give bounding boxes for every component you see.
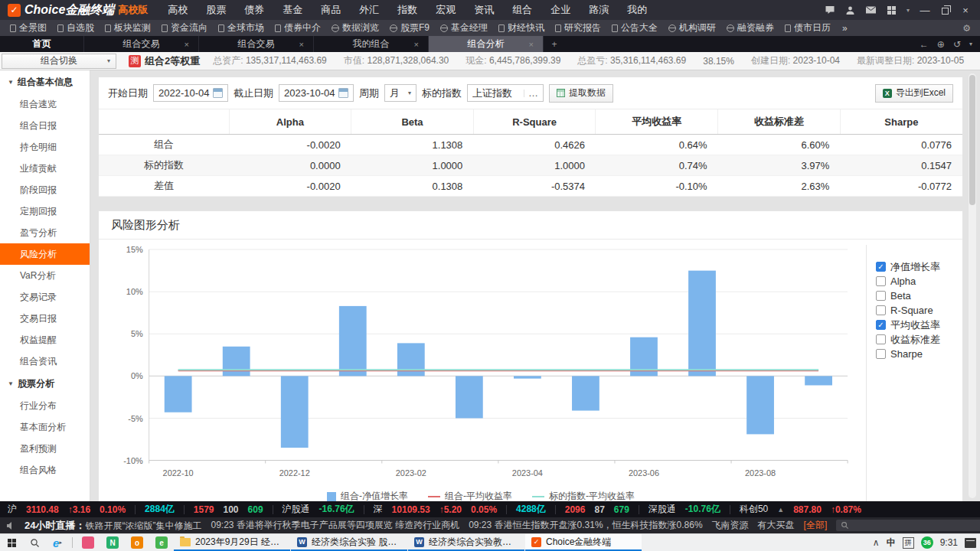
index-token[interactable]: 深 <box>374 503 383 516</box>
index-token[interactable]: 科创50 <box>740 503 768 516</box>
taskbar-window-folder[interactable]: 2023年9月29日 经济... <box>174 534 290 551</box>
index-token[interactable]: 0.10% <box>100 504 126 515</box>
tab-我的组合[interactable]: 我的组合× <box>314 36 429 52</box>
close-icon[interactable]: × <box>529 40 534 49</box>
taskbar-search-button[interactable] <box>23 534 46 551</box>
sidebar-item-盈利预测[interactable]: 盈利预测 <box>0 438 90 459</box>
index-token[interactable]: 887.80 <box>793 504 822 515</box>
checkbox-icon[interactable] <box>876 291 886 301</box>
index-token[interactable]: 深股通 <box>648 503 676 516</box>
tab-组合分析[interactable]: 组合分析× <box>429 36 544 52</box>
sidebar-item-组合速览[interactable]: 组合速览 <box>0 93 90 115</box>
sidebar-item-业绩贡献[interactable]: 业绩贡献 <box>0 158 90 179</box>
tab-组合交易[interactable]: 组合交易× <box>84 36 199 52</box>
more-icon[interactable]: … <box>524 90 538 97</box>
chevron-down-icon[interactable]: ▾ <box>969 41 972 47</box>
start-button[interactable] <box>0 534 23 551</box>
menu-item[interactable]: 股票 <box>197 3 235 17</box>
more-tools-icon[interactable]: » <box>836 23 854 34</box>
new-tab-button[interactable]: + <box>544 36 565 52</box>
index-token[interactable]: -16.76亿 <box>319 503 354 516</box>
toolbar-item[interactable]: 公告大全 <box>606 21 663 34</box>
sidebar-item-行业分布[interactable]: 行业分布 <box>0 395 90 416</box>
toolbar-item[interactable]: 全景图 <box>5 21 52 34</box>
sidebar-item-VaR分析[interactable]: VaR分析 <box>0 265 90 286</box>
taskbar-clock[interactable]: 9:31 <box>940 537 958 548</box>
series-toggle-R-Square[interactable]: R-Square <box>876 303 962 318</box>
calendar-icon[interactable] <box>213 88 223 98</box>
index-token[interactable]: 3110.48 <box>26 504 59 515</box>
menu-item[interactable]: 宏观 <box>426 3 465 17</box>
start-date-input[interactable]: 2022-10-04 <box>153 84 228 102</box>
sidebar-item-组合资讯[interactable]: 组合资讯 <box>0 350 90 372</box>
refresh-icon[interactable]: ↺ <box>953 39 961 50</box>
chevron-down-icon[interactable]: ▾ <box>906 7 910 14</box>
toolbar-item[interactable]: 板块监测 <box>100 21 156 34</box>
index-token[interactable]: 2096 <box>565 504 586 515</box>
taskbar-window-word[interactable]: W经济类综合实验 股票... <box>291 534 407 551</box>
menu-item[interactable]: 基金 <box>273 3 312 17</box>
app-media-icon[interactable] <box>82 536 94 549</box>
index-token[interactable]: ▲ <box>777 506 784 514</box>
series-toggle-Alpha[interactable]: Alpha <box>876 274 962 289</box>
toolbar-item[interactable]: 财经快讯 <box>493 21 550 34</box>
tab-组合交易[interactable]: 组合交易× <box>199 36 314 52</box>
sidebar-item-基本面分析[interactable]: 基本面分析 <box>0 416 90 438</box>
index-token[interactable]: 609 <box>248 504 263 515</box>
checkbox-icon[interactable]: ✓ <box>876 320 886 330</box>
toolbar-item[interactable]: 融资融券 <box>721 21 779 34</box>
tray-expand-caret[interactable]: ∧ <box>873 537 880 548</box>
toolbar-item[interactable]: 基金经理 <box>435 21 493 34</box>
period-select[interactable]: 月 ▾ <box>384 84 416 102</box>
index-token[interactable]: 1579 <box>194 504 214 515</box>
notification-center-icon[interactable] <box>965 538 976 548</box>
taskbar-window-choice[interactable]: ✓Choice金融终端 <box>525 534 642 551</box>
ticker-search-input[interactable] <box>836 520 980 531</box>
zoom-icon[interactable]: ⊕ <box>937 39 945 50</box>
index-token[interactable]: -10.76亿 <box>685 503 720 516</box>
benchmark-select[interactable]: 上证指数 … <box>467 84 544 102</box>
index-token[interactable]: 679 <box>614 504 629 515</box>
toolbar-item[interactable]: 研究报告 <box>550 21 606 34</box>
menu-item[interactable]: 外汇 <box>350 3 388 17</box>
index-token[interactable]: 沪股通 <box>283 503 310 516</box>
sidebar-item-组合日报[interactable]: 组合日报 <box>0 115 90 136</box>
index-token[interactable]: ↑3.16 <box>68 504 90 515</box>
checkbox-icon[interactable] <box>876 349 886 359</box>
ticker-all-link[interactable]: [全部] <box>804 519 828 532</box>
sidebar-group-title[interactable]: ▼股票分析 <box>0 372 90 395</box>
toolbar-item[interactable]: 债券中介 <box>270 21 326 34</box>
sidebar-item-持仓明细[interactable]: 持仓明细 <box>0 136 90 158</box>
sidebar-item-风险分析[interactable]: 风险分析 <box>0 243 90 265</box>
back-icon[interactable]: ← <box>920 39 929 50</box>
chat-icon[interactable] <box>825 5 835 15</box>
toolbar-item[interactable]: 股票F9 <box>384 21 435 34</box>
app-office-icon[interactable]: o <box>131 536 143 549</box>
toolbar-item[interactable]: 资金流向 <box>156 21 213 34</box>
index-token[interactable]: 10109.53 <box>392 504 430 515</box>
index-token[interactable]: 2884亿 <box>145 503 175 516</box>
ime-language[interactable]: 中 <box>887 536 896 549</box>
apps-grid-icon[interactable] <box>887 5 897 15</box>
portfolio-switcher[interactable]: 组合切换 ▾ <box>2 54 116 69</box>
sidebar-item-交易记录[interactable]: 交易记录 <box>0 286 90 308</box>
series-toggle-平均收益率[interactable]: ✓平均收益率 <box>876 318 962 332</box>
index-token[interactable]: 4288亿 <box>516 503 546 516</box>
restore-button[interactable] <box>942 8 949 15</box>
menu-item[interactable]: 企业 <box>541 3 580 17</box>
scrollbar-thumb[interactable] <box>969 75 975 205</box>
ticker-item[interactable]: 09:23 香港恒生指数开盘涨0.31%，恒生科技指数涨0.86% <box>469 519 702 532</box>
close-button[interactable]: × <box>960 5 971 16</box>
edge-browser-button[interactable]: e▸ <box>46 534 69 551</box>
close-icon[interactable]: × <box>185 40 189 49</box>
sidebar-item-定期回报[interactable]: 定期回报 <box>0 201 90 222</box>
taskbar-window-word[interactable]: W经济类综合实验教程... <box>408 534 524 551</box>
sidebar-item-组合风格[interactable]: 组合风格 <box>0 459 90 481</box>
menu-item[interactable]: 资讯 <box>465 3 503 17</box>
menu-item[interactable]: 组合 <box>503 3 541 17</box>
checkbox-icon[interactable] <box>876 305 886 315</box>
ticker-item[interactable]: 铁路开展“浓缩版”集中修施工 <box>85 520 201 531</box>
end-date-input[interactable]: 2023-10-04 <box>279 84 354 102</box>
sidebar-item-盈亏分析[interactable]: 盈亏分析 <box>0 222 90 243</box>
series-toggle-Beta[interactable]: Beta <box>876 289 962 303</box>
